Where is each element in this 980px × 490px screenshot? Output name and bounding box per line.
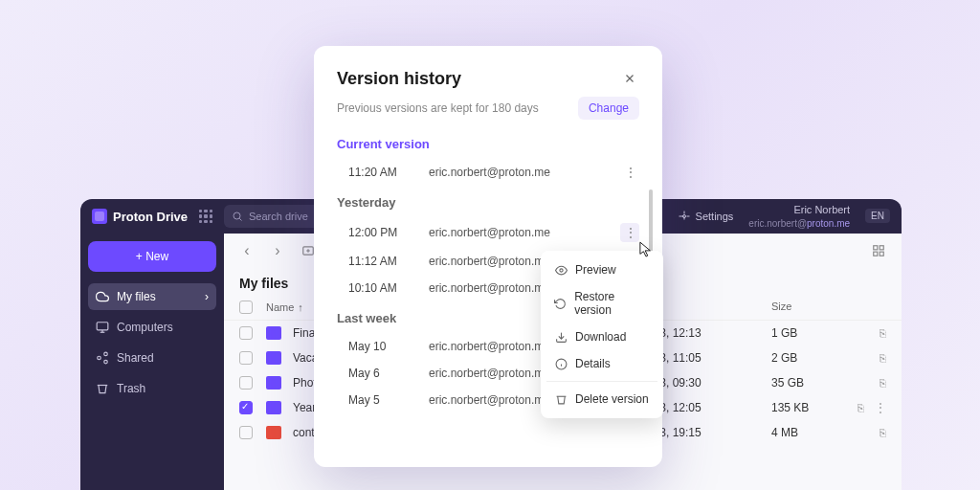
close-button[interactable]	[620, 69, 639, 88]
back-button[interactable]: ‹	[235, 239, 258, 262]
svg-point-8	[104, 360, 108, 364]
version-user: eric.norbert@proton.me	[429, 166, 620, 179]
doc-icon	[266, 401, 281, 414]
svg-line-1	[239, 218, 241, 220]
menu-item-delete[interactable]: Delete version	[546, 386, 657, 412]
file-date: 023, 12:05	[647, 401, 771, 414]
version-time: 12:00 PM	[348, 226, 429, 239]
chevron-right-icon: ›	[205, 290, 209, 303]
sidebar-item-myfiles[interactable]: My files ›	[88, 283, 216, 310]
grid-view-button[interactable]	[867, 239, 890, 262]
file-size: 2 GB	[771, 351, 848, 365]
file-date: 023, 09:30	[647, 376, 771, 390]
modal-subtitle: Previous versions are kept for 180 days	[337, 101, 539, 115]
version-more-button[interactable]: ⋮	[620, 165, 639, 180]
pdf-icon	[266, 426, 281, 439]
gear-icon	[679, 211, 690, 222]
svg-rect-3	[97, 323, 108, 330]
version-context-menu: PreviewRestore versionDownloadDetails De…	[541, 251, 663, 418]
section-label: Yesterday	[337, 195, 639, 210]
row-checkbox[interactable]	[239, 426, 253, 439]
link-icon[interactable]: ⎘	[858, 402, 864, 413]
menu-item-preview[interactable]: Preview	[546, 256, 657, 283]
link-icon[interactable]: ⎘	[880, 352, 886, 364]
row-checkbox[interactable]	[239, 401, 253, 414]
svg-point-7	[98, 356, 101, 360]
version-time: May 10	[348, 340, 429, 353]
version-more-button[interactable]: ⋮	[620, 223, 639, 242]
sidebar: + New My files › Computers Shared Trash	[80, 234, 224, 490]
trash-icon	[554, 392, 568, 406]
download-icon	[554, 330, 568, 344]
version-row[interactable]: 12:00 PMeric.norbert@proton.me⋮	[337, 217, 639, 248]
version-time: May 6	[348, 367, 429, 380]
row-checkbox[interactable]	[239, 376, 253, 390]
cloud-icon	[96, 290, 109, 303]
sidebar-item-trash[interactable]: Trash	[88, 375, 216, 402]
select-all-checkbox[interactable]	[239, 301, 253, 314]
search-icon	[232, 211, 243, 222]
menu-item-restore-version[interactable]: Restore version	[546, 283, 657, 323]
link-icon[interactable]: ⎘	[880, 427, 886, 438]
file-date: 023, 12:13	[647, 326, 771, 340]
more-icon[interactable]: ⋮	[875, 401, 886, 414]
eye-icon	[554, 263, 568, 277]
svg-point-18	[559, 268, 562, 271]
version-time: 11:20 AM	[348, 166, 429, 179]
svg-rect-12	[874, 246, 878, 250]
apps-grid-icon[interactable]	[199, 210, 212, 223]
svg-rect-14	[874, 252, 878, 256]
sidebar-item-computers[interactable]: Computers	[88, 314, 216, 341]
version-row[interactable]: 11:20 AMeric.norbert@proton.me⋮	[337, 159, 639, 186]
change-button[interactable]: Change	[578, 97, 639, 120]
row-checkbox[interactable]	[239, 326, 253, 340]
scrollbar-thumb[interactable]	[649, 189, 653, 256]
version-time: 11:12 AM	[348, 255, 429, 268]
file-size: 35 GB	[771, 376, 848, 390]
column-date[interactable]	[647, 301, 771, 314]
svg-point-0	[234, 212, 240, 219]
lang-badge[interactable]: EN	[865, 209, 890, 223]
section-label: Current version	[337, 137, 639, 151]
menu-item-download[interactable]: Download	[546, 323, 657, 350]
file-date: 023, 19:15	[647, 426, 771, 439]
file-size: 4 MB	[771, 426, 848, 439]
file-size: 135 KB	[771, 401, 848, 414]
svg-rect-13	[880, 246, 883, 250]
titlebar-right: Settings Eric Norbert eric.norbert@proto…	[679, 203, 890, 229]
version-user: eric.norbert@proton.me	[429, 226, 620, 239]
menu-item-details[interactable]: Details	[546, 350, 657, 377]
close-icon	[623, 72, 636, 85]
link-icon[interactable]: ⎘	[880, 377, 886, 389]
file-size: 1 GB	[771, 326, 848, 340]
brand: Proton Drive	[92, 209, 188, 224]
settings-link[interactable]: Settings	[679, 211, 734, 222]
info-icon	[554, 357, 568, 370]
new-button[interactable]: + New	[88, 241, 216, 272]
version-time: 10:10 AM	[348, 281, 429, 295]
share-icon	[96, 351, 109, 365]
file-date: 023, 11:05	[647, 351, 771, 365]
modal-title: Version history	[337, 69, 461, 89]
user-info[interactable]: Eric Norbert eric.norbert@proton.me	[748, 203, 850, 229]
svg-rect-15	[880, 252, 883, 256]
brand-text: Proton Drive	[113, 210, 188, 224]
svg-point-6	[104, 352, 108, 356]
user-name: Eric Norbert	[748, 203, 850, 216]
sort-asc-icon: ↑	[298, 301, 303, 313]
folder-icon	[266, 326, 281, 340]
restore-icon	[554, 297, 567, 310]
search-placeholder: Search drive	[249, 211, 308, 222]
column-size[interactable]: Size	[771, 301, 848, 314]
version-time: May 5	[348, 393, 429, 407]
monitor-icon	[96, 321, 109, 334]
link-icon[interactable]: ⎘	[880, 327, 886, 339]
row-checkbox[interactable]	[239, 351, 253, 365]
trash-icon	[96, 382, 109, 395]
brand-icon	[92, 209, 107, 224]
menu-divider	[546, 381, 657, 382]
sidebar-item-shared[interactable]: Shared	[88, 345, 216, 371]
folder-icon	[266, 351, 281, 365]
forward-button[interactable]: ›	[266, 239, 289, 262]
folder-icon	[266, 376, 281, 390]
